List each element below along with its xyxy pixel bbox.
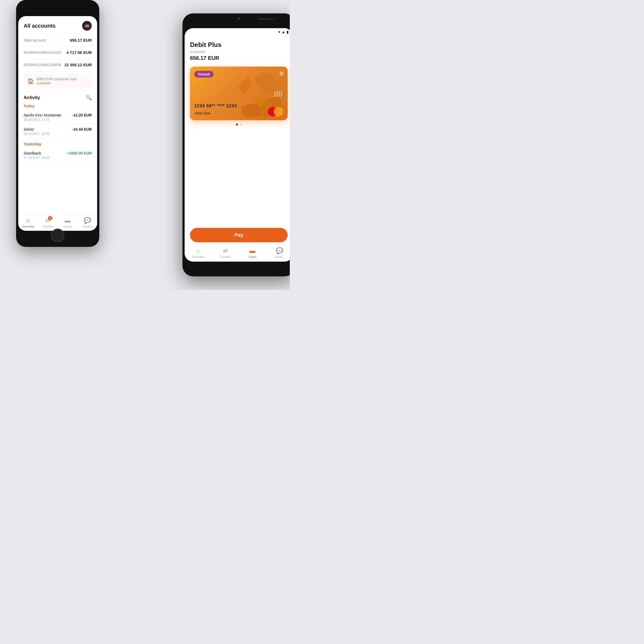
activity-title-text: Activity (24, 95, 40, 100)
tx-date-selver: 18.10.2017, 10:58 (24, 132, 50, 136)
page-title: All accounts (24, 23, 56, 29)
card-pagination (190, 123, 288, 126)
contact-icon: 💬 (84, 217, 91, 224)
right-screen: ▾ ▲ ▮ Debit Plus Available 656.17 EUR De… (185, 28, 290, 262)
nav-transfer-label: Transfer (42, 225, 53, 228)
card-number: 1234 56** **** 1234 (194, 104, 237, 108)
right-nav-overview[interactable]: ⌂ Overview (185, 247, 212, 258)
nav-cards[interactable]: ▬ Cards (58, 217, 78, 228)
camera-dot (237, 17, 240, 20)
dot-2 (240, 123, 242, 126)
left-bottom-nav: ⌂ Overview ⇄ 3 Transfer ▬ Cards (18, 215, 97, 231)
account-amount-main: 656.17 EUR (70, 38, 92, 42)
right-home-icon: ⌂ (196, 247, 200, 254)
right-phone: ▾ ▲ ▮ Debit Plus Available 656.17 EUR De… (182, 13, 290, 276)
right-bottom-nav: ⌂ Overview ⇄ Transfer ▬ Cards 💬 Conta... (185, 245, 290, 262)
right-nav-overview-label: Overview (192, 255, 204, 258)
right-card-icon: ▬ (250, 247, 255, 254)
accounts-list: Main account 656.17 EUR EE99934124881236… (18, 34, 97, 71)
transaction-apollo[interactable]: Apollo Kino Mustamäe 18.10.2017, 11:22 -… (24, 110, 92, 125)
camera-bar (182, 13, 290, 27)
nav-transfer[interactable]: ⇄ 3 Transfer (38, 217, 58, 228)
right-nav-cards-label: Cards (248, 255, 256, 258)
home-button[interactable] (51, 229, 64, 242)
nav-contact[interactable]: 💬 Contact (78, 217, 97, 228)
leaf-decoration-5 (236, 76, 255, 94)
account-number-1: EE99934124881236222 (24, 50, 61, 54)
left-screen-content: All accounts JD Main account 656.17 EUR … (18, 16, 97, 231)
account-amount-1: 4 717.56 EUR (67, 50, 92, 55)
status-icons: ▾ ▲ ▮ (278, 30, 289, 34)
pay-button[interactable]: Pay (190, 228, 288, 242)
right-nav-transfer-label: Transfer (220, 255, 231, 258)
left-screen: All accounts JD Main account 656.17 EUR … (18, 16, 97, 231)
debit-card[interactable]: Default ⚙ )))) 1234 56** **** 1234 John … (190, 67, 288, 120)
tx-date-apollo: 18.10.2017, 11:22 (24, 118, 61, 122)
wifi-icon: ▾ (278, 30, 280, 34)
dot-1 (236, 123, 238, 126)
account-1[interactable]: EE99934124881236222 4 717.56 EUR (24, 46, 92, 59)
transaction-swedbank[interactable]: Swedbank 17.10.2017, 16:44 +1000.00 EUR (24, 148, 92, 163)
nav-cards-label: Cards (64, 225, 71, 228)
avatar[interactable]: JD (82, 21, 92, 31)
battery-icon: ▮ (287, 30, 289, 34)
activity-section: Activity 🔍 Today Apollo Kino Mustamäe 18… (18, 91, 97, 215)
tx-amount-swedbank: +1000.00 EUR (67, 151, 92, 155)
right-transfer-icon: ⇄ (223, 247, 228, 254)
day-label-yesterday: Yesterday (24, 142, 92, 146)
card-name: Debit Plus (190, 41, 288, 49)
right-nav-contact[interactable]: 💬 Conta... (266, 247, 290, 258)
search-icon[interactable]: 🔍 (86, 95, 92, 101)
account-number-2: EE99934124881236838 (24, 63, 61, 67)
transaction-selver[interactable]: Selver 18.10.2017, 10:58 -10.44 EUR (24, 125, 92, 139)
right-nav-cards[interactable]: ▬ Cards (239, 247, 266, 258)
home-icon: ⌂ (26, 217, 30, 224)
tx-name-selver: Selver (24, 127, 50, 131)
mc-orange-circle (274, 107, 283, 116)
nfc-icon: )))) (274, 90, 282, 97)
right-nav-transfer[interactable]: ⇄ Transfer (212, 247, 239, 258)
loan-banner[interactable]: 🏠 6000 EUR consumer loan available › (24, 74, 92, 88)
account-label-main: Main account (24, 38, 46, 42)
speaker (258, 18, 274, 20)
account-amount-2: 12 300.12 EUR (64, 63, 92, 67)
left-header: All accounts JD (18, 16, 97, 34)
card-holder: John Doe (194, 111, 210, 115)
right-content: Debit Plus Available 656.17 EUR Default … (185, 36, 290, 225)
day-label-today: Today (24, 104, 92, 108)
signal-icon: ▲ (281, 30, 285, 34)
nav-overview-label: Overview (22, 225, 34, 228)
card-balance: 656.17 EUR (190, 55, 288, 61)
chevron-right-icon: › (87, 79, 88, 83)
left-phone: All accounts JD Main account 656.17 EUR … (16, 0, 99, 247)
card-available-label: Available (190, 50, 288, 54)
account-2[interactable]: EE99934124881236838 12 300.12 EUR (24, 59, 92, 71)
default-badge: Default (194, 71, 214, 78)
loan-text: 6000 EUR consumer loan available (37, 77, 84, 85)
transfer-badge: 3 (48, 216, 52, 220)
right-contact-icon: 💬 (276, 247, 283, 254)
tx-date-swedbank: 17.10.2017, 16:44 (24, 156, 50, 160)
debit-card-container: Default ⚙ )))) 1234 56** **** 1234 John … (190, 67, 288, 126)
tx-name-apollo: Apollo Kino Mustamäe (24, 113, 61, 117)
status-bar: ▾ ▲ ▮ (185, 28, 290, 36)
mastercard-logo (268, 107, 283, 116)
nav-overview[interactable]: ⌂ Overview (18, 217, 38, 228)
account-main[interactable]: Main account 656.17 EUR (24, 34, 92, 46)
card-settings-icon[interactable]: ⚙ (279, 70, 284, 77)
card-icon: ▬ (65, 217, 71, 224)
tx-amount-selver: -10.44 EUR (72, 127, 92, 131)
loan-icon: 🏠 (27, 78, 34, 84)
tx-amount-apollo: -12.20 EUR (72, 113, 92, 117)
right-nav-contact-label: Conta... (274, 255, 285, 258)
nav-contact-label: Contact (82, 225, 92, 228)
tx-name-swedbank: Swedbank (24, 151, 50, 155)
activity-header: Activity 🔍 (24, 95, 92, 101)
